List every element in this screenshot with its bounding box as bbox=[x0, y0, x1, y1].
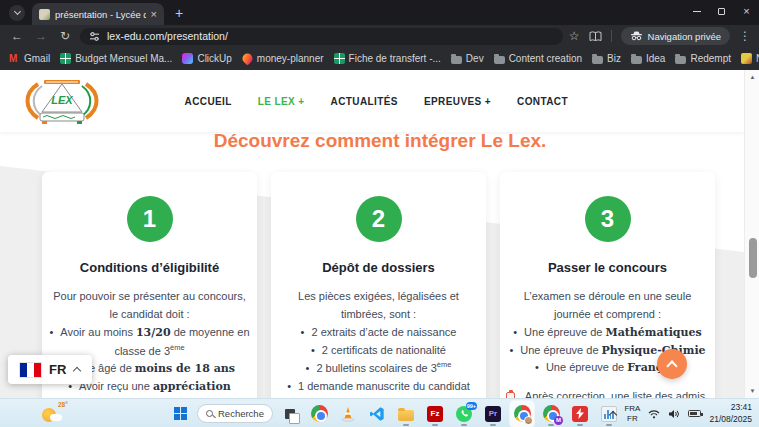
card-bullet: 1 certificat de visite et contre-visite bbox=[277, 395, 480, 398]
tab-search-button[interactable] bbox=[9, 5, 25, 21]
premiere-app-button[interactable]: Pr bbox=[481, 401, 505, 427]
clipboard-icon bbox=[506, 392, 515, 398]
file-explorer-button[interactable] bbox=[394, 401, 418, 427]
bookmarks-bar: GmailBudget Mensuel Ma...ClickUpmoney-pl… bbox=[0, 47, 759, 70]
nav-item-accueil[interactable]: ACCUEIL bbox=[185, 96, 232, 107]
notification-badge: 99+ bbox=[466, 402, 477, 410]
bookmark-dev[interactable]: Dev bbox=[451, 53, 484, 64]
card-bullet: 2 extraits d’acte de naissance bbox=[277, 324, 480, 342]
tab-close-icon[interactable]: × bbox=[151, 9, 157, 20]
bookmark-fiche-de-transfert[interactable]: Fiche de transfert -... bbox=[334, 53, 441, 64]
filezilla-app-button[interactable]: Fz bbox=[423, 401, 447, 427]
clock-widget[interactable]: 23:41 21/08/2025 bbox=[709, 402, 752, 424]
folder-icon bbox=[675, 56, 686, 64]
address-bar[interactable]: lex-edu.com/presentation/ bbox=[80, 28, 563, 45]
battery-icon[interactable] bbox=[688, 410, 701, 417]
card-bullet: 2 bulletins scolaires de 3ème bbox=[277, 359, 480, 377]
weather-widget[interactable]: 28° bbox=[38, 401, 78, 426]
card-intro: L’examen se déroule en une seule journée… bbox=[506, 288, 709, 323]
bookmark-redempt[interactable]: Redempt bbox=[675, 53, 731, 64]
browser-tab[interactable]: présentation - Lycée d'Excellen × bbox=[32, 3, 164, 25]
scroll-to-top-button[interactable] bbox=[657, 349, 687, 379]
vscode-icon bbox=[369, 406, 385, 422]
svg-text:LEX: LEX bbox=[51, 94, 73, 106]
language-selector[interactable]: FR bbox=[8, 355, 92, 384]
card-title: Dépôt de dossiers bbox=[277, 260, 480, 275]
nav-item-contact[interactable]: CONTACT bbox=[517, 96, 568, 107]
bookmark-gmail[interactable]: Gmail bbox=[9, 53, 50, 64]
bookmark-content-creation[interactable]: Content creation bbox=[494, 53, 582, 64]
bookmark-money-planner[interactable]: money-planner bbox=[242, 53, 324, 64]
sheet-green-icon bbox=[60, 53, 71, 64]
wifi-icon[interactable] bbox=[648, 409, 660, 419]
card-title: Passer le concours bbox=[506, 260, 709, 275]
bookmark-label: Content creation bbox=[509, 53, 582, 64]
input-language-indicator[interactable]: FRAFR bbox=[624, 404, 640, 424]
time-text: 23:41 bbox=[709, 402, 752, 413]
speaker-icon[interactable] bbox=[668, 409, 680, 419]
maximize-button[interactable] bbox=[709, 0, 734, 22]
bookmark-n-1-pour-apprendre[interactable]: N°1 pour apprendre... bbox=[741, 53, 759, 64]
bookmark-idea[interactable]: Idea bbox=[631, 53, 665, 64]
card-bullet: Une épreuve de Mathématiques bbox=[506, 324, 709, 342]
vscode-app-button[interactable] bbox=[365, 401, 389, 427]
bookmark-label: Gmail bbox=[24, 53, 50, 64]
vlc-icon bbox=[340, 406, 356, 422]
folder-icon bbox=[451, 56, 462, 64]
bookmark-clickup[interactable]: ClickUp bbox=[182, 53, 231, 64]
start-button[interactable] bbox=[168, 401, 192, 427]
france-flag-icon bbox=[20, 363, 41, 377]
bookmark-label: Redempt bbox=[690, 53, 731, 64]
step-number-badge: 3 bbox=[585, 196, 631, 242]
back-button[interactable]: ← bbox=[8, 30, 26, 42]
vlc-app-button[interactable] bbox=[336, 401, 360, 427]
whatsapp-app-button[interactable]: 99+ bbox=[452, 401, 476, 427]
chrome-icon bbox=[311, 405, 328, 422]
step-card-2: 2Dépôt de dossiersLes pièces exigées, lé… bbox=[271, 172, 486, 398]
bookmark-budget-mensuel-ma[interactable]: Budget Mensuel Ma... bbox=[60, 53, 172, 64]
card-title: Conditions d’éligibilité bbox=[48, 260, 251, 275]
incognito-badge[interactable]: Navigation privée bbox=[621, 27, 730, 45]
chrome-profile1-button[interactable] bbox=[510, 401, 534, 427]
close-window-button[interactable]: × bbox=[734, 0, 759, 22]
bookmark-biz[interactable]: Biz bbox=[592, 53, 621, 64]
page-scrollbar[interactable]: ▲ ▼ bbox=[744, 70, 759, 398]
card-bullet-list: 2 extraits d’acte de naissance2 certific… bbox=[277, 324, 480, 398]
nav-item-epreuves[interactable]: EPREUVES + bbox=[424, 96, 491, 107]
reading-list-icon[interactable] bbox=[589, 31, 602, 42]
bookmark-label: Budget Mensuel Ma... bbox=[75, 53, 172, 64]
premiere-icon: Pr bbox=[485, 406, 501, 422]
chrome-app-button[interactable] bbox=[307, 401, 331, 427]
profile-badge: M bbox=[554, 416, 563, 425]
scrollbar-up-arrow[interactable]: ▲ bbox=[745, 70, 759, 84]
task-view-button[interactable] bbox=[278, 401, 302, 427]
taskbar-search[interactable]: Recherche bbox=[197, 404, 273, 423]
scrollbar-down-arrow[interactable]: ▼ bbox=[745, 384, 759, 398]
reload-button[interactable]: ↻ bbox=[56, 30, 74, 42]
new-tab-button[interactable]: + bbox=[175, 6, 183, 20]
nav-item-actualit-s[interactable]: ACTUALITÉS bbox=[331, 96, 398, 107]
card-bullet: 1 demande manuscrite du candidat bbox=[277, 378, 480, 396]
bookmark-label: Dev bbox=[466, 53, 484, 64]
menu-dots-icon[interactable]: ⋮ bbox=[739, 30, 751, 42]
chevron-up-icon bbox=[666, 360, 677, 371]
chrome-profile2-button[interactable]: M bbox=[539, 401, 563, 427]
bookmark-star-icon[interactable]: ☆ bbox=[569, 30, 580, 42]
site-logo[interactable]: LEX bbox=[18, 76, 106, 126]
page-viewport: LEX ACCUEILLE LEX +ACTUALITÉSEPREUVES +C… bbox=[0, 70, 744, 398]
footnote-text: Après correction, une liste des admis pa… bbox=[521, 390, 709, 398]
minimize-button[interactable] bbox=[684, 0, 709, 22]
forward-button[interactable]: → bbox=[32, 30, 50, 42]
minimize-icon bbox=[693, 11, 701, 12]
nav-item-le-lex[interactable]: LE LEX + bbox=[258, 96, 305, 107]
site-info-icon bbox=[89, 31, 100, 42]
bookmark-label: money-planner bbox=[257, 53, 324, 64]
url-text: lex-edu.com/presentation/ bbox=[107, 30, 228, 42]
card-bullet: 2 certificats de nationalité bbox=[277, 342, 480, 360]
toolbar-divider bbox=[611, 30, 612, 42]
media-app-button[interactable] bbox=[568, 401, 592, 427]
hidden-icons-chevron[interactable] bbox=[609, 411, 617, 419]
scrollbar-thumb[interactable] bbox=[749, 238, 757, 278]
browser-titlebar: présentation - Lycée d'Excellen × + × bbox=[0, 0, 759, 25]
language-code: FR bbox=[49, 362, 66, 377]
